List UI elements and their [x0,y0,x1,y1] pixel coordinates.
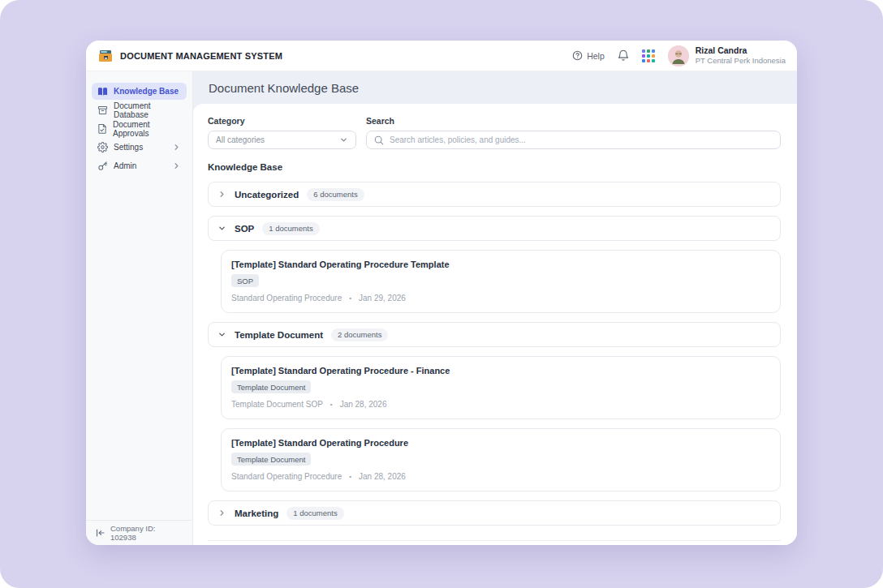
content-panel: Category All categories Search [193,104,797,545]
user-name: Rizal Candra [696,45,786,56]
help-label: Help [587,51,605,61]
notifications-bell-icon[interactable] [618,49,629,62]
gear-icon [97,142,108,152]
body-row: Knowledge BaseDocument DatabaseDocument … [86,71,797,545]
document-title: [Template] Standard Operating Procedure … [231,366,770,376]
sidebar-nav: Knowledge BaseDocument DatabaseDocument … [86,71,192,174]
sidebar-item-admin[interactable]: Admin [92,157,187,174]
sidebar-item-label: Knowledge Base [114,87,179,96]
category-filter: Category All categories [208,116,356,149]
document-meta: Template Document SOP•Jan 28, 2026 [231,400,770,409]
search-icon [374,135,384,145]
app-title: DOCUMENT MANAGEMENT SYSTEM [120,51,282,61]
document-check-icon [97,123,107,134]
search-label: Search [366,116,781,126]
sidebar: Knowledge BaseDocument DatabaseDocument … [86,71,193,545]
chevron-down-icon [218,224,226,233]
sidebar-item-document-database[interactable]: Document Database [92,101,187,118]
app-header: DOCUMENT MANAGEMENT SYSTEM Help [86,41,797,71]
sidebar-item-label: Settings [114,143,143,152]
panel-divider [208,540,781,541]
avatar [668,45,689,67]
section-count-badge: 1 documents [286,507,343,520]
collapse-sidebar-icon [96,529,105,537]
header-actions: Help [572,45,786,67]
sidebar-item-label: Document Approvals [113,120,181,138]
section-header-sop[interactable]: SOP1 documents [208,216,781,241]
section-title: Uncategorized [235,190,299,200]
kb-sections: Uncategorized6 documentsSOP1 documents[T… [208,182,781,534]
user-menu[interactable]: Rizal Candra PT Central Perk Indonesia [668,45,786,67]
archive-icon [97,105,108,115]
chevron-down-icon [339,135,348,144]
document-tag: Template Document [231,380,311,393]
document-tag: Template Document [231,453,311,466]
document-title: [Template] Standard Operating Procedure [231,438,770,448]
company-id-label: Company ID: 102938 [110,524,183,542]
page-title: Document Knowledge Base [209,81,359,95]
document-category: Standard Operating Procedure [231,472,342,481]
chevron-right-icon [172,143,181,152]
document-meta: Standard Operating Procedure•Jan 28, 202… [231,472,770,481]
page-titlebar: Document Knowledge Base [193,71,797,104]
question-circle-icon [572,50,583,61]
meta-separator-dot: • [349,473,351,480]
section-count-badge: 2 documents [331,328,388,341]
document-date: Jan 28, 2026 [359,472,406,481]
section-header-marketing[interactable]: Marketing1 documents [208,500,781,526]
knowledge-base-heading: Knowledge Base [208,162,781,172]
category-select[interactable]: All categories [208,131,356,149]
chevron-right-icon [172,161,181,170]
sidebar-item-document-approvals[interactable]: Document Approvals [92,120,187,137]
search-box [366,131,781,149]
chevron-right-icon [218,509,226,517]
document-meta: Standard Operating Procedure•Jan 29, 202… [231,294,770,303]
chevron-right-icon [218,190,226,199]
search-filter: Search [366,116,781,149]
document-tag: SOP [231,274,259,287]
user-company: PT Central Perk Indonesia [696,56,786,66]
section-count-badge: 1 documents [262,222,319,235]
company-id-footer[interactable]: Company ID: 102938 [86,520,192,545]
document-card[interactable]: [Template] Standard Operating Procedure … [221,250,781,313]
section-header-template-document[interactable]: Template Document2 documents [208,322,781,347]
document-card[interactable]: [Template] Standard Operating Procedure … [221,356,781,419]
chevron-down-icon [218,330,226,339]
app-window: DOCUMENT MANAGEMENT SYSTEM Help [86,41,797,545]
help-button[interactable]: Help [572,50,605,61]
main-area: Document Knowledge Base Category All cat… [193,71,797,545]
desktop-background: DOCUMENT MANAGEMENT SYSTEM Help [0,0,883,588]
category-selected-value: All categories [216,135,265,144]
card-box-logo-icon [97,49,114,63]
key-icon [97,161,108,171]
section-title: SOP [235,224,254,234]
category-label: Category [208,116,356,126]
section-title: Marketing [235,509,278,518]
sidebar-item-knowledge-base[interactable]: Knowledge Base [92,83,187,100]
section-header-uncategorized[interactable]: Uncategorized6 documents [208,182,781,207]
section-title: Template Document [235,330,323,340]
filters-row: Category All categories Search [208,116,781,149]
brand: DOCUMENT MANAGEMENT SYSTEM [97,49,282,63]
section-count-badge: 6 documents [307,188,364,201]
sidebar-item-label: Document Database [114,101,181,119]
document-date: Jan 29, 2026 [359,294,406,303]
sidebar-item-settings[interactable]: Settings [92,139,187,156]
document-title: [Template] Standard Operating Procedure … [231,260,770,269]
document-category: Template Document SOP [231,400,323,409]
apps-grid-icon[interactable] [642,49,655,62]
document-card[interactable]: [Template] Standard Operating ProcedureT… [221,428,781,491]
document-date: Jan 28, 2026 [340,400,387,409]
sidebar-item-label: Admin [114,161,136,170]
meta-separator-dot: • [349,294,351,302]
meta-separator-dot: • [330,401,333,408]
document-category: Standard Operating Procedure [231,294,342,303]
book-icon [97,87,108,97]
user-meta: Rizal Candra PT Central Perk Indonesia [696,45,786,66]
search-input[interactable] [390,135,773,144]
